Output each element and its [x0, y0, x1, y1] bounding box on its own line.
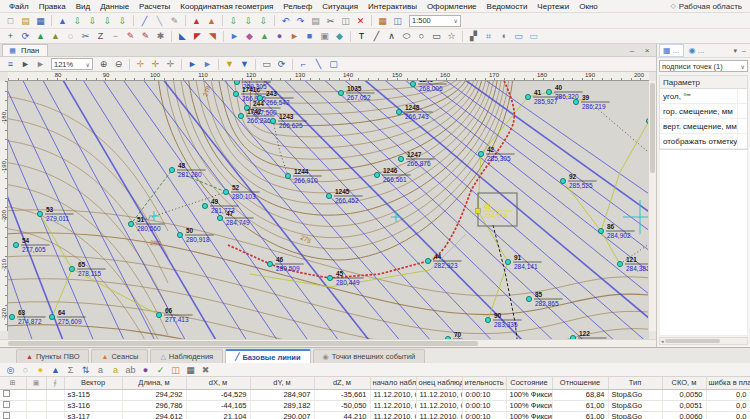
- panel-horizontal-scrollbar[interactable]: ◂: [659, 337, 748, 345]
- export-xml-icon[interactable]: ⇩: [227, 14, 240, 27]
- level-icon[interactable]: Z: [94, 30, 107, 43]
- menu-item-9[interactable]: Интерактивы: [363, 2, 422, 11]
- survey-point[interactable]: [169, 167, 174, 172]
- survey-point[interactable]: [327, 275, 332, 280]
- undo-icon[interactable]: ↶: [279, 14, 292, 27]
- survey-point[interactable]: [573, 99, 578, 104]
- parameter-row[interactable]: отображать отметку: [660, 134, 747, 149]
- parameter-value[interactable]: [737, 134, 747, 148]
- menu-item-8[interactable]: Ситуация: [317, 2, 363, 11]
- table-header[interactable]: dX, м: [186, 377, 250, 389]
- window2-icon[interactable]: ◫: [169, 363, 182, 376]
- tools-icon[interactable]: ✖: [199, 363, 212, 376]
- panel-tab-params[interactable]: ▦…: [659, 44, 684, 57]
- tag-b-icon[interactable]: a: [109, 363, 122, 376]
- obj-f-icon[interactable]: ■: [303, 30, 316, 43]
- open-icon[interactable]: ▤: [19, 14, 32, 27]
- survey-point[interactable]: [338, 90, 343, 95]
- menu-item-5[interactable]: Расчеты: [134, 2, 175, 11]
- bulb-off-icon[interactable]: ○: [19, 363, 32, 376]
- line-icon[interactable]: ╱: [370, 30, 383, 43]
- pin-green-icon[interactable]: ▲: [34, 30, 47, 43]
- menu-item-10[interactable]: Оформление: [422, 2, 482, 11]
- zoom-in-icon[interactable]: ⊕: [97, 58, 110, 71]
- bulb-on-icon[interactable]: ●: [34, 363, 47, 376]
- workspace-selector[interactable]: ◇Рабочая область: [670, 2, 746, 11]
- obj-b-icon[interactable]: ◆: [243, 30, 256, 43]
- menu-item-13[interactable]: Окно: [574, 2, 603, 11]
- panel-minimize-button[interactable]: ‒: [740, 47, 748, 54]
- grid-icon[interactable]: ▦: [184, 363, 197, 376]
- survey-point[interactable]: [238, 113, 243, 118]
- table-header[interactable]: Тип: [608, 377, 662, 389]
- menu-item-3[interactable]: Вид: [71, 2, 95, 11]
- survey-point[interactable]: [326, 193, 331, 198]
- map-horizontal-scrollbar[interactable]: [0, 339, 656, 347]
- survey-point[interactable]: [217, 215, 222, 220]
- filter-yellow-icon[interactable]: ▼: [223, 58, 236, 71]
- search-icon[interactable]: ◌: [64, 30, 77, 43]
- survey-point[interactable]: [156, 312, 161, 317]
- table-row[interactable]: s3-117294,61221,104290,00744,21011.12.20…: [0, 411, 750, 419]
- table-header[interactable]: онец наблюдени: [416, 377, 462, 389]
- table-header[interactable]: Длина, м: [122, 377, 186, 389]
- table-header[interactable]: dZ, м: [314, 377, 370, 389]
- survey-point[interactable]: [9, 314, 14, 319]
- cut-icon[interactable]: ✂: [324, 14, 337, 27]
- survey-point[interactable]: [396, 109, 401, 114]
- save-icon[interactable]: ▦: [34, 14, 47, 27]
- callout2-icon[interactable]: ▭: [527, 30, 540, 43]
- panel-tab-plan[interactable]: ◉…: [685, 44, 709, 57]
- bottom-tab-2[interactable]: ▲Сеансы: [91, 349, 148, 363]
- table-header[interactable]: шибка в пла: [706, 377, 750, 389]
- layers-icon[interactable]: ≡: [4, 58, 17, 71]
- import-point-icon[interactable]: ▲: [56, 14, 69, 27]
- obj-a-icon[interactable]: ►: [228, 30, 241, 43]
- copy-icon[interactable]: ◫: [339, 14, 352, 27]
- survey-point[interactable]: [478, 151, 483, 156]
- bottom-tab-5[interactable]: ◉Точки внешних событий: [313, 349, 426, 363]
- diagonal-icon[interactable]: ╲: [312, 58, 325, 71]
- tri-orange-icon[interactable]: ◥: [206, 30, 219, 43]
- pan-icon[interactable]: ✛: [134, 58, 147, 71]
- table-header[interactable]: dY, м: [250, 377, 314, 389]
- tri-blue-icon[interactable]: ◣: [176, 30, 189, 43]
- survey-point[interactable]: [425, 258, 430, 263]
- map-vertical-scrollbar[interactable]: [648, 81, 656, 331]
- survey-point[interactable]: [270, 118, 275, 123]
- survey-point[interactable]: [410, 81, 415, 86]
- callout-icon[interactable]: ▭: [512, 30, 525, 43]
- obj-g-icon[interactable]: ▣: [318, 30, 331, 43]
- swap-icon[interactable]: ⇅: [79, 363, 92, 376]
- workspace-icon[interactable]: ▦: [376, 14, 389, 27]
- tri-red-icon[interactable]: ◤: [191, 30, 204, 43]
- scroll-left-icon[interactable]: ◂: [660, 338, 665, 344]
- rect-select-icon[interactable]: ▢: [327, 58, 340, 71]
- cursor-a-icon[interactable]: ►: [186, 58, 199, 71]
- survey-point[interactable]: [202, 203, 207, 208]
- spline-icon[interactable]: ∧: [385, 30, 398, 43]
- survey-point[interactable]: [233, 91, 238, 96]
- survey-point[interactable]: [398, 156, 403, 161]
- menu-item-2[interactable]: Правка: [34, 2, 71, 11]
- survey-point[interactable]: [485, 317, 490, 322]
- import-xml-icon[interactable]: ⇩: [71, 14, 84, 27]
- table-header[interactable]: Отношение: [552, 377, 608, 389]
- survey-point[interactable]: [69, 266, 74, 271]
- marker-red-icon[interactable]: ▲: [190, 14, 203, 27]
- survey-point[interactable]: [128, 221, 133, 226]
- check-icon[interactable]: ✓: [154, 363, 167, 376]
- import-dxf-icon[interactable]: ⇩: [86, 14, 99, 27]
- parameter-value[interactable]: [737, 104, 747, 118]
- row-checkbox[interactable]: [3, 412, 10, 419]
- obj-c-icon[interactable]: ▲: [258, 30, 271, 43]
- survey-point[interactable]: [13, 242, 18, 247]
- survey-point[interactable]: [267, 261, 272, 266]
- survey-point[interactable]: [177, 232, 182, 237]
- obj-e-icon[interactable]: ►: [288, 30, 301, 43]
- rect-icon[interactable]: ▭: [430, 30, 443, 43]
- tag-c-icon[interactable]: ab: [124, 363, 137, 376]
- point-labels-dropdown[interactable]: подписи точек (1) ∨: [659, 60, 748, 72]
- new-doc-icon[interactable]: □: [4, 14, 17, 27]
- survey-point[interactable]: [525, 94, 530, 99]
